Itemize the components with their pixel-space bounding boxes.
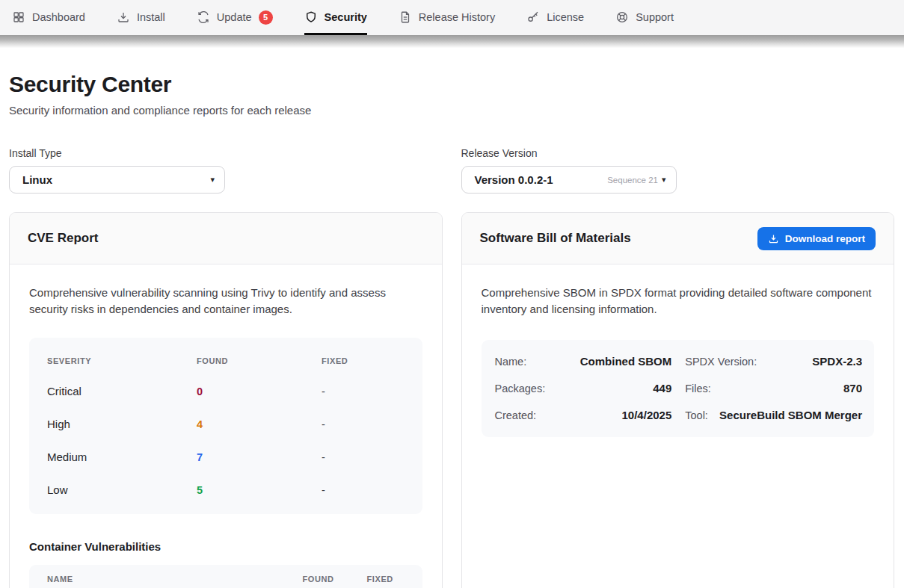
severity-table-header: Severity Found Fixed <box>29 347 422 375</box>
severity-column-header: Severity <box>47 356 197 365</box>
release-sequence-hint: Sequence 21 <box>607 176 658 185</box>
release-version-value: Version 0.0.2-1 <box>475 173 553 186</box>
update-count-badge: 5 <box>259 10 273 25</box>
sbom-title: Software Bill of Materials <box>480 231 631 246</box>
field-value: SecureBuild SBOM Merger <box>719 409 862 421</box>
field-label: Packages: <box>495 383 546 394</box>
download-report-label: Download report <box>785 233 865 244</box>
nav-label: Dashboard <box>32 11 85 23</box>
container-vulnerabilities-table-header: Name Found Fixed <box>29 565 422 588</box>
severity-found-count: 4 <box>197 418 322 430</box>
chevron-down-icon: ▾ <box>662 175 666 185</box>
install-type-select[interactable]: Linux ▾ <box>9 166 225 194</box>
download-report-button[interactable]: Download report <box>757 227 876 250</box>
field-value: 870 <box>843 382 862 394</box>
field-label: Tool: <box>685 409 708 421</box>
severity-fixed-count: - <box>322 386 405 397</box>
report-cards-row: CVE Report Comprehensive vulnerability s… <box>9 212 894 588</box>
header-shadow-divider <box>0 35 904 48</box>
nav-label: Release History <box>419 11 495 23</box>
found-column-header: Found <box>197 356 322 365</box>
table-row-low: Low 5 - <box>29 474 422 507</box>
severity-fixed-count: - <box>322 418 405 430</box>
nav-label: Update <box>217 11 252 23</box>
nav-label: Support <box>636 11 674 23</box>
nav-label: Install <box>137 11 165 23</box>
page-subtitle: Security information and compliance repo… <box>9 104 894 117</box>
download-icon <box>768 233 779 244</box>
field-value: 449 <box>653 382 671 394</box>
dashboard-grid-icon <box>12 10 25 24</box>
sbom-card: Software Bill of Materials Download repo… <box>461 212 895 588</box>
nav-item-dashboard[interactable]: Dashboard <box>12 0 85 35</box>
sbom-card-header: Software Bill of Materials Download repo… <box>462 213 894 264</box>
cve-report-description: Comprehensive vulnerability scanning usi… <box>29 285 422 318</box>
field-label: Files: <box>685 383 711 394</box>
main-content: Security Center Security information and… <box>0 72 904 588</box>
severity-found-count: 5 <box>197 484 322 496</box>
install-type-label: Install Type <box>9 147 443 159</box>
install-type-value: Linux <box>22 173 52 186</box>
fixed-column-header: Fixed <box>367 575 411 584</box>
table-row-high: High 4 - <box>29 408 422 441</box>
found-column-header: Found <box>303 575 367 584</box>
cve-report-card-header: CVE Report <box>10 213 442 264</box>
nav-item-security[interactable]: Security <box>304 0 367 35</box>
field-label: Created: <box>495 409 537 421</box>
release-version-label: Release Version <box>461 147 895 159</box>
field-value: 10/4/2025 <box>622 409 672 421</box>
install-type-filter: Install Type Linux ▾ <box>9 147 443 194</box>
severity-name: High <box>47 418 197 430</box>
top-navigation: Dashboard Install Update 5 Security Rele… <box>0 0 904 35</box>
nav-item-license[interactable]: License <box>526 0 584 35</box>
sbom-field-packages: Packages: 449 <box>495 375 672 402</box>
severity-name: Critical <box>47 385 197 397</box>
sbom-card-body: Comprehensive SBOM in SPDX format provid… <box>462 264 894 457</box>
field-label: Name: <box>495 356 527 368</box>
sbom-field-files: Files: 870 <box>685 375 862 402</box>
fixed-column-header: Fixed <box>322 356 405 365</box>
field-label: SPDX Version: <box>685 356 757 368</box>
severity-fixed-count: - <box>322 484 405 496</box>
refresh-icon <box>197 10 210 24</box>
filters-row: Install Type Linux ▾ Release Version Ver… <box>9 147 894 194</box>
sbom-field-created: Created: 10/4/2025 <box>495 402 672 429</box>
container-vulnerabilities-title: Container Vulnerabilities <box>29 540 422 553</box>
sbom-description: Comprehensive SBOM in SPDX format provid… <box>482 285 875 318</box>
document-icon <box>399 10 412 24</box>
nav-item-support[interactable]: Support <box>615 0 674 35</box>
sbom-field-spdx-version: SPDX Version: SPDX-2.3 <box>685 348 862 375</box>
download-icon <box>117 10 130 24</box>
name-column-header: Name <box>47 575 303 584</box>
severity-name: Low <box>47 483 197 496</box>
sbom-field-name: Name: Combined SBOM <box>495 348 672 375</box>
nav-label: Security <box>325 11 367 23</box>
release-version-select[interactable]: Version 0.0.2-1 Sequence 21 ▾ <box>461 166 677 194</box>
cve-report-title: CVE Report <box>28 231 98 246</box>
cve-report-card-body: Comprehensive vulnerability scanning usi… <box>10 264 442 588</box>
lifebuoy-icon <box>615 10 629 24</box>
severity-name: Medium <box>47 451 197 463</box>
severity-found-count: 0 <box>197 386 322 397</box>
cve-report-card: CVE Report Comprehensive vulnerability s… <box>9 212 443 588</box>
chevron-down-icon: ▾ <box>210 175 215 185</box>
table-row-critical: Critical 0 - <box>29 375 422 408</box>
severity-table: Severity Found Fixed Critical 0 - High 4… <box>29 338 422 514</box>
key-icon <box>526 10 540 24</box>
nav-label: License <box>547 11 584 23</box>
page-title: Security Center <box>9 72 894 97</box>
nav-item-update[interactable]: Update 5 <box>197 0 273 35</box>
nav-item-release-history[interactable]: Release History <box>399 0 495 35</box>
shield-icon <box>304 10 318 24</box>
table-row-medium: Medium 7 - <box>29 441 422 474</box>
sbom-info-grid: Name: Combined SBOM SPDX Version: SPDX-2… <box>482 340 875 437</box>
field-value: Combined SBOM <box>580 355 672 368</box>
sbom-field-tool: Tool: SecureBuild SBOM Merger <box>685 402 862 429</box>
nav-item-install[interactable]: Install <box>117 0 165 35</box>
release-version-filter: Release Version Version 0.0.2-1 Sequence… <box>461 147 895 194</box>
severity-found-count: 7 <box>197 451 322 463</box>
field-value: SPDX-2.3 <box>812 355 862 368</box>
severity-fixed-count: - <box>322 451 405 463</box>
